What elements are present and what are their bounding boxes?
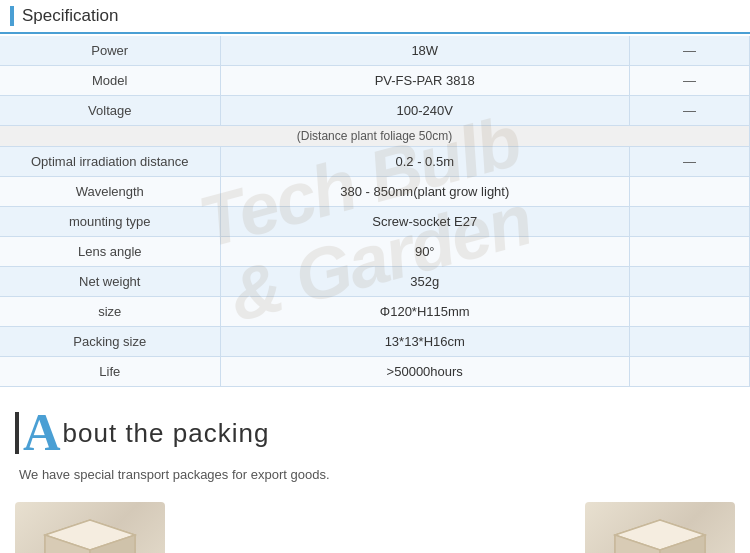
table-row: Power 18W — [0,36,750,66]
table-row: Lens angle 90° [0,237,750,267]
row-label: Optimal irradiation distance [0,147,220,177]
bottom-images-area [0,492,750,553]
row-value: PV-FS-PAR 3818 [220,66,630,96]
row-extra [630,177,750,207]
packing-title-text: bout the packing [63,418,270,449]
table-row: mounting type Screw-socket E27 [0,207,750,237]
row-extra [630,267,750,297]
packing-title-wrapper: A bout the packing [15,407,735,459]
row-value: 0.2 - 0.5m [220,147,630,177]
row-extra: — [630,96,750,126]
packing-letter-a: A [23,407,61,459]
row-label: Lens angle [0,237,220,267]
note-row: (Distance plant foliage 50cm) [0,126,750,147]
packing-image-right [585,502,735,553]
table-row: Model PV-FS-PAR 3818 — [0,66,750,96]
row-value: 380 - 850nm(plant grow light) [220,177,630,207]
row-value: 100-240V [220,96,630,126]
row-label: Packing size [0,327,220,357]
main-container: Tech Bulb& Garden Specification Power 18… [0,0,750,553]
row-extra [630,357,750,387]
table-row: Net weight 352g [0,267,750,297]
row-value: 18W [220,36,630,66]
spec-table: Power 18W — Model PV-FS-PAR 3818 — Volta… [0,36,750,387]
spec-header-bar [10,6,14,26]
row-label: size [0,297,220,327]
row-label: Model [0,66,220,96]
row-extra [630,207,750,237]
row-label: Power [0,36,220,66]
table-row: Packing size 13*13*H16cm [0,327,750,357]
spec-header: Specification [0,0,750,34]
row-extra: — [630,66,750,96]
packing-section: A bout the packing We have special trans… [0,387,750,492]
row-extra [630,297,750,327]
packing-subtitle: We have special transport packages for e… [19,467,735,482]
row-value: Screw-socket E27 [220,207,630,237]
row-label: Voltage [0,96,220,126]
table-row: Optimal irradiation distance 0.2 - 0.5m … [0,147,750,177]
table-row: Wavelength 380 - 850nm(plant grow light) [0,177,750,207]
row-label: Wavelength [0,177,220,207]
row-value: 13*13*H16cm [220,327,630,357]
note-text: (Distance plant foliage 50cm) [0,126,750,147]
row-extra: — [630,36,750,66]
row-extra: — [630,147,750,177]
box-svg-left [25,510,155,554]
row-label: Net weight [0,267,220,297]
row-label: mounting type [0,207,220,237]
table-row: size Φ120*H115mm [0,297,750,327]
packing-image-left [15,502,165,553]
row-extra [630,237,750,267]
table-row: Life >50000hours [0,357,750,387]
row-value: 90° [220,237,630,267]
packing-bar [15,412,19,454]
box-svg-right [595,510,725,554]
table-row: Voltage 100-240V — [0,96,750,126]
row-value: 352g [220,267,630,297]
row-extra [630,327,750,357]
row-value: Φ120*H115mm [220,297,630,327]
row-value: >50000hours [220,357,630,387]
row-label: Life [0,357,220,387]
spec-title: Specification [22,6,118,26]
